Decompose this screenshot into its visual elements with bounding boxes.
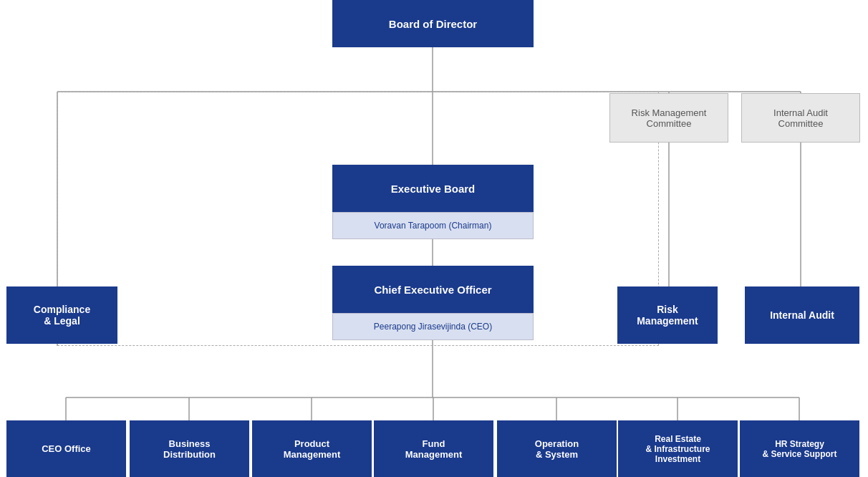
- executive-board-sub-box: Voravan Tarapoom (Chairman): [332, 212, 534, 239]
- board-of-director-label: Board of Director: [389, 18, 477, 30]
- ceo-sub-box: Peerapong Jirasevijinda (CEO): [332, 313, 534, 340]
- risk-management-committee-label: Risk Management Committee: [632, 107, 707, 129]
- business-distribution-box: Business Distribution: [130, 420, 249, 477]
- executive-board-container: Executive Board Voravan Tarapoom (Chairm…: [332, 165, 534, 239]
- board-of-director-box: Board of Director: [332, 0, 534, 47]
- org-chart: Board of Director Executive Board Vorava…: [0, 0, 868, 477]
- internal-audit-label: Internal Audit: [770, 309, 834, 321]
- executive-board-sub-label: Voravan Tarapoom (Chairman): [375, 221, 492, 231]
- risk-management-committee-box: Risk Management Committee: [609, 93, 728, 143]
- real-estate-box: Real Estate & Infrastructure Investment: [618, 420, 738, 477]
- ceo-sub-label: Peerapong Jirasevijinda (CEO): [374, 322, 492, 332]
- operation-system-label: Operation & System: [535, 438, 579, 460]
- fund-management-label: Fund Management: [405, 438, 462, 460]
- compliance-legal-label: Compliance & Legal: [34, 304, 90, 327]
- internal-audit-committee-label: Internal Audit Committee: [773, 107, 828, 129]
- ceo-label: Chief Executive Officer: [374, 284, 491, 296]
- ceo-office-box: CEO Office: [6, 420, 126, 477]
- operation-system-box: Operation & System: [497, 420, 617, 477]
- real-estate-label: Real Estate & Infrastructure Investment: [645, 434, 710, 464]
- risk-management-box: Risk Management: [617, 286, 718, 344]
- executive-board-label: Executive Board: [391, 183, 476, 195]
- fund-management-box: Fund Management: [374, 420, 493, 477]
- compliance-legal-box: Compliance & Legal: [6, 286, 117, 344]
- hr-strategy-label: HR Strategy & Service Support: [762, 439, 836, 459]
- hr-strategy-box: HR Strategy & Service Support: [740, 420, 859, 477]
- internal-audit-box: Internal Audit: [745, 286, 859, 344]
- executive-board-box: Executive Board: [332, 165, 534, 212]
- business-distribution-label: Business Distribution: [163, 438, 216, 460]
- ceo-box: Chief Executive Officer: [332, 266, 534, 313]
- product-management-label: Product Management: [284, 438, 340, 460]
- risk-management-label: Risk Management: [637, 304, 698, 327]
- ceo-container: Chief Executive Officer Peerapong Jirase…: [332, 266, 534, 340]
- product-management-box: Product Management: [252, 420, 372, 477]
- ceo-office-label: CEO Office: [42, 443, 91, 454]
- internal-audit-committee-box: Internal Audit Committee: [741, 93, 860, 143]
